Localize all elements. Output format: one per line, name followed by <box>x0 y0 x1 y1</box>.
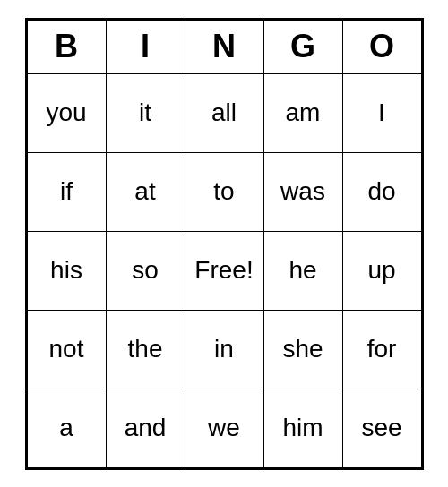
col-n: N <box>185 20 263 73</box>
table-cell: was <box>263 152 342 231</box>
col-g: G <box>263 20 342 73</box>
table-cell: it <box>106 73 185 152</box>
table-cell: if <box>27 152 106 231</box>
table-cell: she <box>263 310 342 389</box>
table-cell: I <box>342 73 421 152</box>
col-b: B <box>27 20 106 73</box>
table-cell: a <box>27 389 106 467</box>
table-cell: am <box>263 73 342 152</box>
table-cell: we <box>185 389 263 467</box>
table-cell: all <box>185 73 263 152</box>
table-cell: see <box>342 389 421 467</box>
table-row: ifattowasdo <box>27 152 421 231</box>
table-cell: the <box>106 310 185 389</box>
table-cell: at <box>106 152 185 231</box>
table-row: nottheinshefor <box>27 310 421 389</box>
table-cell: in <box>185 310 263 389</box>
table-cell: to <box>185 152 263 231</box>
table-cell: Free! <box>185 231 263 310</box>
table-cell: so <box>106 231 185 310</box>
col-i: I <box>106 20 185 73</box>
table-cell: and <box>106 389 185 467</box>
table-row: aandwehimsee <box>27 389 421 467</box>
table-cell: do <box>342 152 421 231</box>
col-o: O <box>342 20 421 73</box>
table-cell: you <box>27 73 106 152</box>
bingo-table: B I N G O youitallamIifattowasdohissoFre… <box>27 20 422 468</box>
table-cell: for <box>342 310 421 389</box>
table-row: hissoFree!heup <box>27 231 421 310</box>
header-row: B I N G O <box>27 20 421 73</box>
table-cell: up <box>342 231 421 310</box>
table-row: youitallamI <box>27 73 421 152</box>
table-cell: he <box>263 231 342 310</box>
bingo-card: B I N G O youitallamIifattowasdohissoFre… <box>25 18 424 470</box>
table-cell: his <box>27 231 106 310</box>
table-cell: not <box>27 310 106 389</box>
table-cell: him <box>263 389 342 467</box>
